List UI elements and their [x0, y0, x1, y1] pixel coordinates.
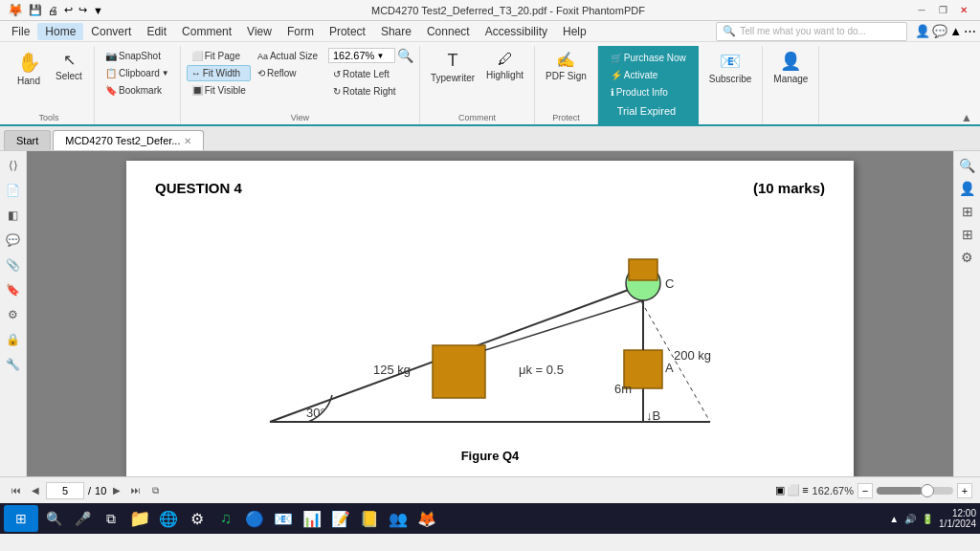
taskbar-onenote[interactable]: 📒: [356, 505, 383, 532]
reflow-btn[interactable]: ⟲ Reflow: [253, 65, 323, 81]
select-tool-btn[interactable]: ↖ Select: [50, 48, 88, 84]
menu-convert[interactable]: Convert: [83, 23, 139, 40]
menu-file[interactable]: File: [4, 23, 37, 40]
taskbar-network[interactable]: 🔊: [904, 514, 916, 524]
taskbar-time[interactable]: 12:001/1/2024: [939, 508, 976, 529]
menu-connect[interactable]: Connect: [419, 23, 478, 40]
reflow-icon: ⟲: [257, 68, 265, 78]
zoom-level-box[interactable]: 162.67% ▼: [328, 48, 395, 63]
subscribe-btn[interactable]: 📧 Subscribe: [704, 48, 756, 87]
tab-close-btn[interactable]: ✕: [184, 136, 191, 146]
taskbar-cortana[interactable]: 🎤: [69, 505, 96, 532]
right-apps-icon[interactable]: ⊞: [957, 224, 978, 245]
bookmark-btn[interactable]: 🔖 Bookmark: [100, 82, 174, 99]
purchase-label: Purchase Now: [624, 53, 686, 63]
typewriter-btn[interactable]: T Typewriter: [426, 48, 479, 86]
rotate-left-btn[interactable]: ↺ Rotate Left: [328, 66, 413, 82]
right-windows-icon[interactable]: ⊞: [957, 201, 978, 222]
taskbar-settings[interactable]: ⚙: [184, 505, 211, 532]
taskbar-chrome[interactable]: 🔵: [241, 505, 268, 532]
quick-print[interactable]: 🖨: [48, 5, 58, 16]
manage-btn[interactable]: 👤 Manage: [768, 48, 813, 87]
ribbon-toggle[interactable]: ▲: [949, 24, 962, 38]
customize-btn[interactable]: ▼: [93, 5, 103, 16]
taskbar-taskview[interactable]: ⧉: [98, 505, 124, 532]
properties-icon[interactable]: ⚙: [3, 304, 24, 325]
zoom-minus-btn[interactable]: −: [858, 483, 873, 498]
prev-page-btn[interactable]: ◀: [27, 482, 44, 499]
tab-document[interactable]: MCD4270 Test2_Defer... ✕: [53, 130, 204, 150]
protect-group: ✍ PDF Sign Protect: [535, 46, 598, 124]
comments-sidebar-icon[interactable]: 💬: [3, 230, 24, 251]
taskbar-powerpoint[interactable]: 📊: [299, 505, 325, 532]
menu-help[interactable]: Help: [555, 23, 594, 40]
close-btn[interactable]: ✕: [955, 2, 972, 19]
pages-icon[interactable]: 📄: [3, 180, 24, 201]
taskbar-teams[interactable]: 👥: [385, 505, 412, 532]
menu-view[interactable]: View: [239, 23, 279, 40]
single-page-icon[interactable]: ▣: [775, 484, 785, 496]
first-page-btn[interactable]: ⏮: [8, 482, 25, 499]
ribbon-collapse-btn[interactable]: ▲: [961, 111, 972, 124]
bookmarks-icon[interactable]: 🔖: [3, 279, 24, 300]
comments-icon[interactable]: 💬: [932, 24, 947, 38]
start-button[interactable]: ⊞: [4, 505, 38, 532]
menu-comment[interactable]: Comment: [174, 23, 239, 40]
tools-sidebar-icon[interactable]: 🔧: [3, 354, 24, 375]
redo-btn[interactable]: ↪: [78, 4, 87, 16]
taskbar-browser[interactable]: 🌐: [155, 505, 182, 532]
page-number-input[interactable]: [46, 482, 84, 499]
user-icon[interactable]: 👤: [915, 24, 930, 38]
restore-btn[interactable]: ❐: [934, 2, 951, 19]
zoom-plus-btn[interactable]: +: [957, 483, 972, 498]
undo-btn[interactable]: ↩: [64, 4, 73, 16]
menu-protect[interactable]: Protect: [322, 23, 373, 40]
rotate-right-btn[interactable]: ↻ Rotate Right: [328, 83, 413, 99]
product-info-btn[interactable]: ℹ Product Info: [606, 84, 691, 100]
copy-page-btn[interactable]: ⧉: [146, 482, 164, 499]
taskbar-search[interactable]: 🔍: [40, 505, 67, 532]
right-person-icon[interactable]: 👤: [957, 178, 978, 199]
pdf-sign-btn[interactable]: ✍ PDF Sign: [541, 48, 591, 84]
taskbar-word[interactable]: 📝: [327, 505, 354, 532]
fit-page-label: Fit Page: [205, 51, 240, 61]
next-page-btn[interactable]: ▶: [108, 482, 125, 499]
taskbar-spotify[interactable]: ♫: [212, 505, 239, 532]
menu-share[interactable]: Share: [373, 23, 419, 40]
menu-form[interactable]: Form: [279, 23, 322, 40]
menu-accessibility[interactable]: Accessibility: [478, 23, 555, 40]
more-icon[interactable]: ⋯: [964, 24, 976, 38]
menu-edit[interactable]: Edit: [139, 23, 174, 40]
taskbar-foxit[interactable]: 🦊: [413, 505, 440, 532]
layers-icon[interactable]: ◧: [3, 205, 24, 226]
snapshot-btn[interactable]: 📷 SnapShot: [100, 48, 174, 64]
taskbar-explorer[interactable]: 📁: [126, 505, 153, 532]
tell-me-bar[interactable]: 🔍 Tell me what you want to do...: [716, 22, 907, 41]
highlight-btn[interactable]: 🖊 Highlight: [481, 48, 528, 83]
fit-width-btn[interactable]: ↔ Fit Width: [187, 65, 251, 81]
right-gear-icon[interactable]: ⚙: [957, 247, 978, 268]
scroll-icon[interactable]: ≡: [802, 484, 808, 496]
last-page-btn[interactable]: ⏭: [127, 482, 145, 499]
zoom-magnify-icon[interactable]: 🔍: [397, 48, 413, 63]
clipboard-btn[interactable]: 📋 Clipboard ▼: [100, 65, 174, 81]
minimize-btn[interactable]: ─: [913, 2, 930, 19]
quick-save[interactable]: 💾: [29, 4, 42, 16]
fit-visible-btn[interactable]: 🔳 Fit Visible: [187, 82, 251, 99]
taskbar-outlook[interactable]: 📧: [270, 505, 297, 532]
taskbar-chevron[interactable]: ▲: [889, 514, 899, 524]
fit-page-btn[interactable]: ⬜ Fit Page: [187, 48, 251, 64]
lock-icon[interactable]: 🔒: [3, 329, 24, 350]
find-icon[interactable]: 🔍: [957, 155, 978, 176]
nav-arrows-icon[interactable]: ⟨⟩: [3, 155, 24, 176]
hand-tool-btn[interactable]: ✋ Hand: [10, 48, 48, 89]
activate-btn[interactable]: ⚡ Activate: [606, 67, 691, 83]
actual-size-btn[interactable]: Aa Actual Size: [253, 48, 323, 64]
zoom-slider[interactable]: [877, 487, 953, 495]
two-page-icon[interactable]: ⬜: [787, 484, 800, 496]
menu-home[interactable]: Home: [37, 23, 83, 40]
tab-start[interactable]: Start: [4, 130, 51, 150]
taskbar-volume[interactable]: 🔋: [922, 514, 933, 524]
attachments-icon[interactable]: 📎: [3, 254, 24, 276]
purchase-now-btn[interactable]: 🛒 Purchase Now: [606, 50, 691, 66]
